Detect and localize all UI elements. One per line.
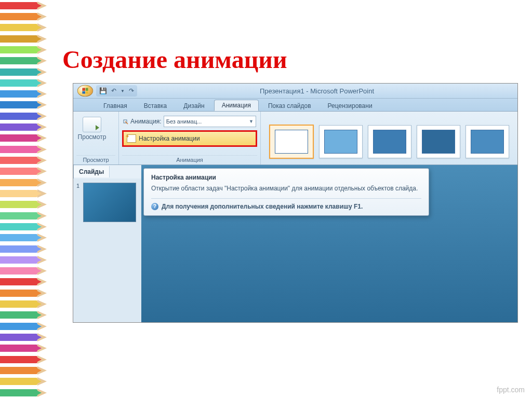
tab-review[interactable]: Рецензировани [321,101,380,111]
decorative-pencil-border [0,0,47,398]
animation-dropdown-label: Анимация: [130,118,162,125]
tooltip-help: ? Для получения дополнительных сведений … [151,203,421,210]
ribbon-group-animation: Анимация: Без анимац... ▼ Настройка аним… [119,112,261,164]
ribbon-tabs: Главная Вставка Дизайн Анимация Показ сл… [73,99,517,112]
transition-gallery-item[interactable] [417,125,460,158]
ribbon: Просмотр Просмотр Анимация: Без анимац..… [73,112,517,165]
title-bar: 💾 ↶ ▼ ↷ Презентация1 - Microsoft PowerPo… [73,84,517,99]
watermark: fppt.com [497,386,525,394]
transition-gallery-item[interactable] [269,125,314,159]
save-icon[interactable]: 💾 [99,87,107,94]
tab-home[interactable]: Главная [96,101,135,111]
preview-button-label: Просмотр [78,133,107,141]
ribbon-group-preview: Просмотр Просмотр [73,112,119,164]
tooltip: Настройка анимации Открытие области зада… [143,168,429,216]
animate-mini-icon [123,119,128,124]
redo-icon[interactable]: ↷ [129,87,134,94]
tooltip-help-text: Для получения дополнительных сведений на… [162,203,363,210]
tab-animation[interactable]: Анимация [214,100,259,111]
transition-gallery-item[interactable] [319,125,363,158]
transition-gallery [264,114,514,164]
animation-dropdown[interactable]: Без анимац... ▼ [164,116,256,127]
quick-access-toolbar: 💾 ↶ ▼ ↷ [96,85,137,97]
slide-thumbnail[interactable] [83,183,136,222]
chevron-down-icon: ▼ [249,119,254,124]
animation-dropdown-value: Без анимац... [166,118,202,125]
slide-thumbnails-panel: 1 [73,179,148,323]
tab-design[interactable]: Дизайн [176,101,211,111]
office-button[interactable] [77,85,93,97]
slide-number: 1 [76,183,79,189]
custom-animation-icon [127,134,136,143]
slides-tab[interactable]: Слайды [74,166,110,177]
page-title: Создание анимации [62,45,287,74]
chevron-down-icon[interactable]: ▼ [121,89,125,93]
office-logo-icon [82,88,88,93]
tooltip-body: Открытие области задач "Настройка анимац… [151,184,421,193]
document-area: Слайды 1 Настройка анимации Открытие обл… [73,165,517,323]
slides-outline-tabs: Слайды [73,165,142,179]
window-title: Презентация1 - Microsoft PowerPoint [137,87,517,95]
tab-slideshow[interactable]: Показ слайдов [261,101,318,111]
tooltip-title: Настройка анимации [151,174,421,181]
powerpoint-screenshot: 💾 ↶ ▼ ↷ Презентация1 - Microsoft PowerPo… [73,83,518,323]
custom-animation-button[interactable]: Настройка анимации [122,130,257,147]
tab-insert[interactable]: Вставка [137,101,175,111]
ribbon-group-preview-label: Просмотр [76,155,115,164]
preview-icon [83,117,101,132]
undo-icon[interactable]: ↶ [111,87,116,94]
custom-animation-label: Настройка анимации [139,135,200,142]
transition-gallery-item[interactable] [466,125,509,158]
help-icon: ? [151,203,158,210]
preview-button[interactable]: Просмотр [76,114,108,141]
transition-gallery-item[interactable] [368,125,411,158]
ribbon-group-transitions [261,112,517,164]
ribbon-group-animation-label: Анимация [122,155,257,164]
